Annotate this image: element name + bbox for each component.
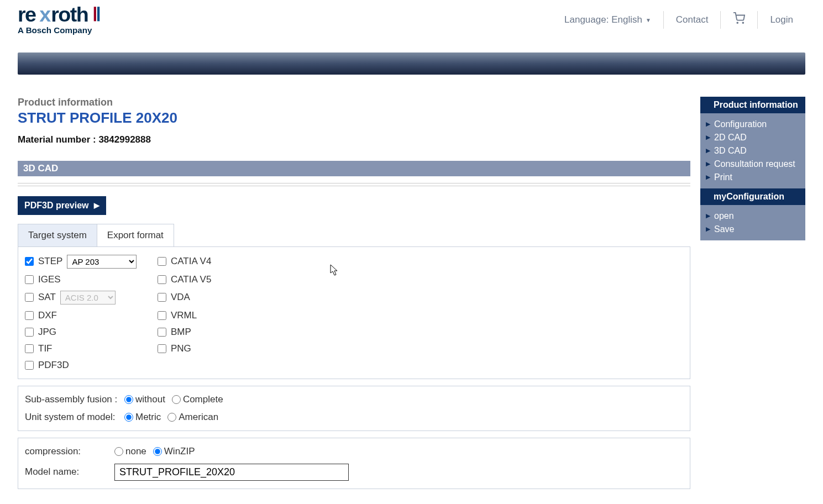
format-vrml: VRML [158,310,301,321]
checkbox-bmp[interactable] [158,328,166,337]
product-info-label: Product information [18,97,690,108]
unit-system-label: Unit system of model: [25,412,118,423]
format-vda: VDA [158,291,301,305]
caret-right-icon: ▶ [706,225,710,233]
checkbox-iges[interactable] [25,275,34,284]
label-dxf[interactable]: DXF [38,310,57,321]
checkbox-pdf3d[interactable] [25,361,34,370]
radio-metric[interactable]: Metric [124,412,161,423]
label-step[interactable]: STEP [38,256,62,267]
banner [18,53,805,75]
format-pdf3d: PDF3D [25,360,152,371]
label-vda[interactable]: VDA [171,292,190,303]
caret-right-icon: ▶ [706,120,710,128]
format-catia-v5: CATIA V5 [158,274,301,285]
checkbox-vrml[interactable] [158,311,166,320]
checkbox-vda[interactable] [158,293,166,302]
language-selector[interactable]: Language: English ▼ [552,11,664,29]
svg-rect-4 [97,7,99,21]
radio-compress-winzip[interactable]: WinZIP [153,446,195,457]
checkbox-dxf[interactable] [25,311,34,320]
format-png: PNG [158,343,301,354]
label-tif[interactable]: TIF [38,343,53,354]
header-right: Language: English ▼ Contact Login [552,11,805,29]
label-iges[interactable]: IGES [38,274,61,285]
aside-link-print[interactable]: ▶Print [700,171,805,184]
login-link[interactable]: Login [758,11,805,29]
contact-link[interactable]: Contact [664,11,721,29]
cart-button[interactable] [721,11,758,29]
label-png[interactable]: PNG [171,343,191,354]
radio-without-input[interactable] [124,395,133,404]
aside-header-product-info: Product information [700,97,805,113]
aside-body-product-info: ▶Configuration ▶2D CAD ▶3D CAD ▶Consulta… [700,113,805,188]
select-step-version[interactable]: AP 203 [67,255,137,269]
radio-metric-label: Metric [135,412,161,423]
radio-american-label: American [179,412,218,423]
caret-right-icon: ▶ [706,134,710,141]
svg-text:x: x [39,4,51,26]
radio-compress-none-label: none [125,446,146,457]
aside-link-configuration[interactable]: ▶Configuration [700,118,805,131]
format-step: STEP AP 203 [25,255,152,269]
pdf3d-preview-label: PDF3D preview [24,201,88,211]
arrow-right-icon: ▶ [94,201,99,209]
radio-without[interactable]: without [124,394,165,405]
checkbox-catia-v5[interactable] [158,275,166,284]
radio-metric-input[interactable] [124,413,133,422]
label-jpg[interactable]: JPG [38,327,56,338]
radio-complete-label: Complete [183,394,223,405]
label-vrml[interactable]: VRML [171,310,197,321]
format-sat: SAT ACIS 2.0 [25,291,152,305]
sidebar: Product information ▶Configuration ▶2D C… [700,97,805,496]
format-iges: IGES [25,274,152,285]
radio-compress-none-input[interactable] [114,447,123,456]
format-tif: TIF [25,343,152,354]
radio-complete-input[interactable] [172,395,181,404]
aside-link-open[interactable]: ▶open [700,209,805,223]
svg-text:roth: roth [51,4,88,26]
radio-complete[interactable]: Complete [172,394,223,405]
sub-assembly-label: Sub-assembly fusion : [25,394,118,405]
aside-link-label: open [714,211,734,221]
label-catia-v5[interactable]: CATIA V5 [171,274,211,285]
aside-link-consultation[interactable]: ▶Consultation request [700,158,805,171]
label-catia-v4[interactable]: CATIA V4 [171,256,211,267]
compression-label: compression: [25,446,108,457]
compression-panel: compression: none WinZIP Model name: [18,438,690,489]
svg-text:A Bosch Company: A Bosch Company [18,25,92,35]
radio-compress-none[interactable]: none [114,446,146,457]
aside-link-2d-cad[interactable]: ▶2D CAD [700,131,805,144]
pdf3d-preview-button[interactable]: PDF3D preview ▶ [18,196,106,215]
svg-point-7 [743,22,744,23]
checkbox-catia-v4[interactable] [158,257,166,266]
checkbox-step[interactable] [25,257,34,266]
caret-right-icon: ▶ [706,160,710,167]
tabs: Target system Export format [18,224,690,246]
model-name-input[interactable] [114,464,349,481]
caret-right-icon: ▶ [706,174,710,181]
checkbox-jpg[interactable] [25,328,34,337]
radio-american-input[interactable] [167,413,176,422]
checkbox-png[interactable] [158,344,166,353]
divider [18,183,690,186]
label-bmp[interactable]: BMP [171,327,191,338]
export-format-panel: STEP AP 203 CATIA V4 IGES [18,246,690,379]
label-pdf3d[interactable]: PDF3D [38,360,69,371]
aside-link-label: Configuration [714,119,767,129]
model-name-label: Model name: [25,466,108,477]
select-sat-version: ACIS 2.0 [60,291,116,305]
aside-link-label: Consultation request [714,159,795,169]
radio-american[interactable]: American [167,412,218,423]
aside-link-3d-cad[interactable]: ▶3D CAD [700,144,805,158]
radio-compress-winzip-input[interactable] [153,447,162,456]
tab-export-format[interactable]: Export format [97,224,174,246]
tab-target-system[interactable]: Target system [18,224,97,246]
logo[interactable]: re x roth A Bosch Company [18,4,139,41]
label-sat[interactable]: SAT [38,292,56,303]
checkbox-tif[interactable] [25,344,34,353]
aside-link-save[interactable]: ▶Save [700,223,805,236]
material-number: Material number : 3842992888 [18,134,690,145]
checkbox-sat[interactable] [25,293,34,302]
cart-icon [733,12,745,28]
